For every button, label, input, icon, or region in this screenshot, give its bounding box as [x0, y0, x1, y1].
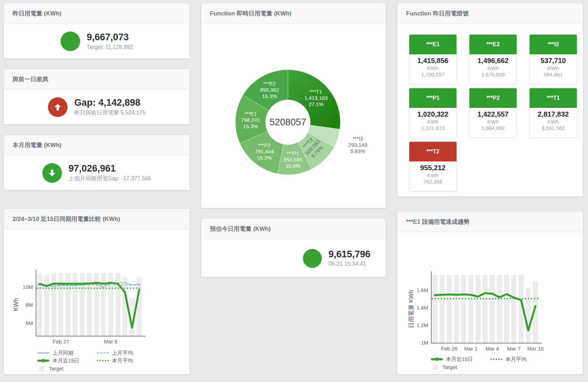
legend-label: 上月平均 — [112, 350, 133, 356]
svg-text:Feb 26: Feb 26 — [441, 346, 458, 351]
tile-unit: KWh — [409, 65, 456, 71]
tile-target: 762,358 — [409, 179, 456, 185]
trend-legend: 本月近15日 本月平均 Target — [431, 355, 583, 371]
tile-label: ***T2 — [409, 142, 456, 161]
compare-chart-canvas[interactable]: 6M8M10MFeb 27Mar 6KWh — [4, 229, 186, 348]
tile-label: ***T1 — [530, 88, 577, 108]
tile-value: 1,422,557 — [469, 110, 517, 118]
blue-dashed-line-icon — [97, 353, 109, 353]
tile-value: 2,817,832 — [530, 110, 577, 118]
tile-label: ***P2 — [469, 88, 517, 108]
panel-title-text: ***E1 設備用電達成趨勢 — [406, 218, 469, 226]
tile-unit: KWh — [409, 119, 456, 125]
tile-label: ***P1 — [409, 88, 456, 108]
panel-title-text: 本月用電量 (KWh) — [13, 141, 62, 149]
down-arrow-icon — [42, 163, 62, 183]
green-line-icon — [431, 358, 443, 360]
tile-unit: KWh — [409, 172, 456, 178]
legend-item-this-month-avg[interactable]: 本月平均 — [490, 356, 550, 363]
panel-title-text: 昨日用電量 (KWh) — [13, 9, 62, 18]
trend-chart-canvas[interactable]: 1M1.2M1.4M1.6MFeb 26Mar 1Mar 4Mar 7Mar 1… — [397, 232, 579, 351]
tile-unit: KWh — [469, 119, 517, 125]
stat-subtitle: Target: 11,128,992 — [87, 44, 133, 50]
legend-item-this-month-line[interactable]: 本月近15日 — [37, 357, 97, 364]
tile-unit: KWh — [469, 65, 517, 71]
light-tile-i3: ***I3537,710KWh584,861 — [529, 34, 577, 84]
legend-item-this-month-avg[interactable]: 本月平均 — [97, 357, 156, 364]
green-line-icon — [37, 360, 49, 362]
panel-title-realtime-pie[interactable]: Function 即時日用電量 (KWh) — [201, 3, 386, 24]
panel-estimate-today: 預估今日用電量 (KWh) 9,615,796 06-21 15:34:41 — [201, 218, 386, 277]
gray-square-icon — [433, 364, 438, 370]
stat-day-gap: Gap: 4,142,898 昨日與前日用電量 5,524,175 — [4, 90, 190, 125]
legend-label: 上月同期 — [52, 350, 73, 356]
panel-title-text: 預估今日用電量 (KWh) — [210, 225, 271, 233]
stat-subtitle: 06-21 15:34:41 — [328, 261, 370, 267]
tile-target: 1,700,157 — [409, 71, 456, 77]
tile-target: 1,684,092 — [469, 125, 517, 131]
legend-label: Target — [442, 364, 457, 370]
tile-value: 955,212 — [409, 164, 456, 172]
tile-value: 1,415,856 — [409, 57, 456, 65]
panel-title-text: 與前一日差異 — [13, 75, 48, 83]
stat-value: 97,026,961 — [69, 164, 151, 174]
panel-title-trend[interactable]: ***E1 設備用電達成趨勢 — [397, 211, 583, 232]
panel-compare-chart: 2/24~3/10 近15日同期用電量比較 (KWh) 6M8M10MFeb 2… — [3, 208, 190, 375]
svg-text:Mar 4: Mar 4 — [486, 346, 499, 351]
panel-title-text: Function 昨日用電燈號 — [406, 9, 468, 18]
panel-lights: Function 昨日用電燈號 ***E11,415,856KWh1,700,1… — [397, 3, 583, 197]
stat-yesterday: 9,667,073 Target: 11,128,992 — [4, 24, 190, 59]
legend-label: 本月平均 — [505, 356, 526, 363]
legend-label: 本月近15日 — [52, 357, 79, 364]
panel-trend-chart: ***E1 設備用電達成趨勢 1M1.2M1.4M1.6MFeb 26Mar 1… — [397, 211, 583, 375]
light-tile-e2: ***E21,496,662KWh1,675,939 — [469, 34, 517, 84]
panel-realtime-pie: Function 即時日用電量 (KWh) ***T11,413,18327.1… — [201, 3, 386, 208]
light-tile-p2: ***P21,422,557KWh1,684,092 — [469, 88, 517, 138]
stat-value: 9,667,073 — [87, 32, 133, 43]
panel-title-text: 2/24~3/10 近15日同期用電量比較 (KWh) — [13, 215, 120, 223]
panel-title-day-gap[interactable]: 與前一日差異 — [4, 69, 190, 90]
compare-legend: 上月同期 上月平均 本月近15日 本月平均 Target — [37, 349, 190, 372]
light-tile-t1: ***T12,817,832KWh3,591,562 — [529, 88, 577, 138]
tile-value: 1,496,662 — [469, 57, 517, 65]
legend-item-last-month-avg[interactable]: 上月平均 — [97, 350, 156, 356]
blue-line-icon — [37, 353, 49, 353]
tile-target: 584,861 — [530, 71, 577, 77]
panel-title-compare[interactable]: 2/24~3/10 近15日同期用電量比較 (KWh) — [4, 209, 190, 229]
panel-title-text: Function 即時日用電量 (KWh) — [210, 9, 291, 18]
panel-yesterday-usage: 昨日用電量 (KWh) 9,667,073 Target: 11,128,992 — [3, 3, 190, 59]
panel-day-gap: 與前一日差異 Gap: 4,142,898 昨日與前日用電量 5,524,175 — [3, 69, 190, 125]
svg-text:1.2M: 1.2M — [417, 322, 428, 328]
panel-title-yesterday[interactable]: 昨日用電量 (KWh) — [4, 3, 190, 24]
tile-value: 1,020,322 — [409, 110, 456, 118]
legend-item-last-month-line[interactable]: 上月同期 — [37, 350, 97, 356]
legend-label: 本月平均 — [112, 357, 133, 364]
svg-text:1M: 1M — [421, 340, 428, 346]
legend-item-target[interactable]: Target — [431, 364, 490, 370]
legend-item-this-month-line[interactable]: 本月近15日 — [431, 356, 490, 363]
legend-label: 本月近15日 — [446, 356, 473, 363]
tile-target: 1,121,613 — [409, 125, 456, 131]
light-tile-e1: ***E11,415,856KWh1,700,157 — [409, 34, 457, 84]
tile-label: ***E1 — [409, 35, 456, 54]
gray-square-icon — [39, 366, 44, 371]
stat-value: 9,615,796 — [328, 249, 370, 260]
panel-title-month[interactable]: 本月用電量 (KWh) — [4, 135, 190, 155]
tile-label: ***I3 — [530, 35, 577, 54]
svg-text:8M: 8M — [26, 302, 33, 308]
svg-text:Mar 1: Mar 1 — [464, 346, 477, 351]
legend-label: Target — [49, 366, 64, 371]
svg-text:日用電量 KWh: 日用電量 KWh — [408, 290, 415, 328]
light-tile-t2: ***T2955,212KWh762,358 — [409, 141, 457, 192]
green-dotted-line-icon — [97, 360, 109, 361]
legend-item-target[interactable]: Target — [37, 366, 97, 371]
realtime-pie-chart[interactable]: ***T11,413,18327.1%***I3293,1495.63%***T… — [201, 24, 385, 208]
pie-slice-label: ***I3293,1495.63% — [348, 136, 367, 154]
panel-title-lights[interactable]: Function 昨日用電燈號 — [397, 3, 583, 24]
pie-center-value: 5208057 — [269, 117, 306, 127]
tile-unit: KWh — [530, 65, 577, 71]
svg-text:6M: 6M — [26, 320, 33, 326]
svg-text:KWh: KWh — [13, 298, 19, 311]
up-arrow-icon — [48, 97, 68, 117]
panel-title-estimate[interactable]: 預估今日用電量 (KWh) — [201, 218, 386, 239]
